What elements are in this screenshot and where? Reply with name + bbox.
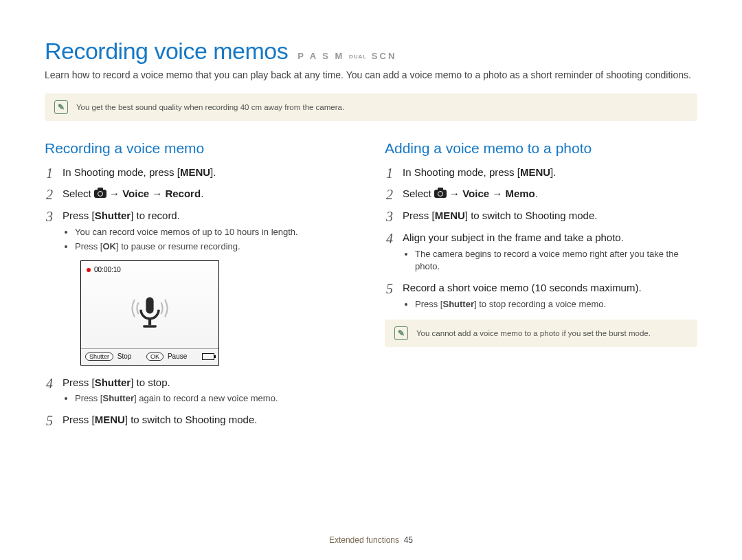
intro-text: Learn how to record a voice memo that yo… bbox=[45, 69, 697, 82]
left-column: Recording a voice memo In Shooting mode,… bbox=[45, 140, 357, 434]
right-heading: Adding a voice memo to a photo bbox=[385, 140, 697, 157]
left-step-2: Select → Voice → Record. bbox=[45, 186, 357, 201]
page-number: 45 bbox=[404, 535, 413, 545]
left-heading: Recording a voice memo bbox=[45, 140, 357, 157]
tip-text-right: You cannot add a voice memo to a photo i… bbox=[416, 329, 651, 337]
left-step-1: In Shooting mode, press [MENU]. bbox=[45, 165, 357, 180]
left-step-3-bullet-2: Press [OK] to pause or resume recording. bbox=[75, 240, 357, 254]
microphone-icon bbox=[126, 289, 174, 337]
shutter-capsule: Shutter bbox=[85, 352, 113, 361]
menu-key: MENU bbox=[95, 414, 125, 425]
menu-key: MENU bbox=[520, 166, 550, 178]
right-step-5-bullet: Press [Shutter] to stop recording a voic… bbox=[415, 298, 697, 311]
svg-rect-0 bbox=[146, 297, 153, 313]
shutter-key: Shutter bbox=[95, 377, 131, 388]
page-footer: Extended functions 45 bbox=[0, 535, 742, 545]
right-step-4: Align your subject in the frame and take… bbox=[385, 230, 697, 273]
stop-label: Stop bbox=[117, 352, 132, 360]
title-row: Recording voice memos P A S M DUAL SCN bbox=[45, 38, 697, 65]
tip-text-top: You get the best sound quality when reco… bbox=[76, 103, 344, 111]
camera-icon bbox=[94, 190, 106, 198]
left-step-3: Press [Shutter] to record. You can recor… bbox=[45, 208, 357, 365]
svg-rect-1 bbox=[148, 318, 151, 325]
shutter-key: Shutter bbox=[442, 299, 474, 309]
camera-screenshot: 00:00:10 bbox=[80, 260, 219, 366]
left-step-5: Press [MENU] to switch to Shooting mode. bbox=[45, 412, 357, 427]
record-time: 00:00:10 bbox=[94, 265, 121, 276]
menu-key: MENU bbox=[180, 166, 210, 178]
right-step-5: Record a short voice memo (10 seconds ma… bbox=[385, 280, 697, 311]
left-step-4-bullet: Press [Shutter] again to record a new vo… bbox=[75, 392, 357, 405]
ok-capsule: OK bbox=[146, 352, 164, 361]
left-step-4: Press [Shutter] to stop. Press [Shutter]… bbox=[45, 375, 357, 406]
record-dot-icon bbox=[87, 268, 91, 272]
footer-section: Extended functions bbox=[329, 535, 399, 545]
pause-label: Pause bbox=[168, 352, 187, 360]
note-icon: ✎ bbox=[394, 326, 408, 340]
svg-rect-2 bbox=[143, 325, 157, 328]
battery-icon bbox=[202, 353, 214, 360]
tip-box-top: ✎ You get the best sound quality when re… bbox=[45, 93, 697, 121]
ok-key: OK bbox=[102, 241, 116, 251]
right-column: Adding a voice memo to a photo In Shooti… bbox=[385, 140, 697, 434]
right-step-2: Select → Voice → Memo. bbox=[385, 186, 697, 201]
menu-key: MENU bbox=[435, 210, 465, 221]
right-step-3: Press [MENU] to switch to Shooting mode. bbox=[385, 208, 697, 223]
page-title: Recording voice memos bbox=[45, 38, 288, 65]
mode-tags-main: P A S M bbox=[297, 51, 349, 61]
right-step-4-bullet: The camera begins to record a voice memo… bbox=[415, 248, 697, 274]
camera-icon bbox=[434, 190, 447, 198]
left-step-3-bullet-1: You can record voice memos of up to 10 h… bbox=[75, 226, 357, 239]
shutter-key: Shutter bbox=[95, 210, 131, 221]
mode-tags: P A S M DUAL SCN bbox=[297, 51, 396, 61]
tip-box-right: ✎ You cannot add a voice memo to a photo… bbox=[385, 320, 697, 347]
mode-tags-end: SCN bbox=[367, 51, 396, 61]
mode-tags-dual: DUAL bbox=[349, 54, 367, 60]
note-icon: ✎ bbox=[54, 100, 68, 114]
right-step-1: In Shooting mode, press [MENU]. bbox=[385, 165, 697, 180]
